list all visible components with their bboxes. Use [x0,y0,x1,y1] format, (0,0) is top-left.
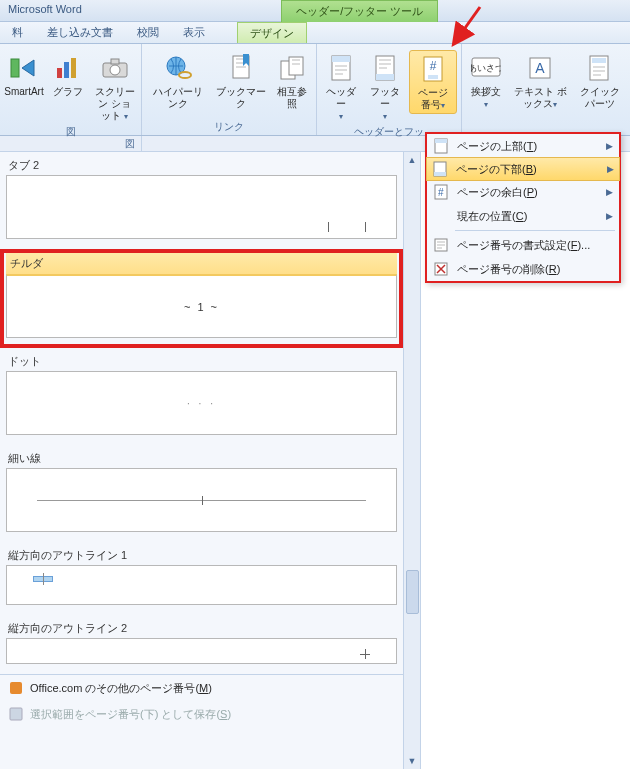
page-margin-icon: # [433,184,449,200]
bookmark-icon [225,52,257,84]
format-icon [433,237,449,253]
greeting-button[interactable]: あいさつ 挨拶文▾ [466,50,506,112]
group-illustrations: SmartArt グラフ スクリーン ショット ▾ 図 [0,44,142,135]
svg-rect-30 [434,172,446,176]
cursor-position-icon [433,208,449,224]
svg-rect-3 [71,58,76,78]
chart-button[interactable]: グラフ [48,50,88,100]
scroll-up-button[interactable]: ▲ [404,152,420,168]
chart-icon [52,52,84,84]
chevron-right-icon: ▶ [607,164,614,174]
page-number-button[interactable]: # ページ 番号▾ [409,50,457,114]
ribbon: SmartArt グラフ スクリーン ショット ▾ 図 ハイパーリンク ブックマ… [0,44,630,136]
svg-rect-18 [428,75,438,79]
tab-item[interactable]: 校閲 [125,22,171,43]
save-icon [8,706,24,722]
svg-rect-2 [64,62,69,78]
menu-page-top[interactable]: ページの上部(T) ▶ [427,134,619,158]
page-footer-icon [369,52,401,84]
group-header-footer: ヘッダー▾ フッター▾ # ページ 番号▾ ヘッダーとフッ [317,44,462,135]
svg-point-5 [110,65,120,75]
subrow-illust: 図 [0,136,142,151]
quickparts-icon [584,52,616,84]
title-bar: Microsoft Word ヘッダー/フッター ツール [0,0,630,22]
tab-item[interactable]: 表示 [171,22,217,43]
scroll-down-button[interactable]: ▼ [404,753,420,769]
svg-text:#: # [430,59,437,73]
svg-rect-25 [10,682,22,694]
svg-rect-26 [10,708,22,720]
gallery-item-thinline[interactable]: 細い線 [0,445,403,542]
menu-format-page-number[interactable]: ページ番号の書式設定(F)... [427,233,619,257]
gallery-item-tilde[interactable]: チルダ ~ 1 ~ [0,249,403,348]
crossref-icon [276,52,308,84]
svg-rect-15 [376,74,394,80]
page-number-gallery: タブ 2 チルダ ~ 1 ~ ドット · · · 細い線 縦方向のアウトライン … [0,152,421,769]
group-text: あいさつ 挨拶文▾ A テキスト ボックス▾ クイック パーツ [462,44,630,135]
contextual-tab-title: ヘッダー/フッター ツール [90,0,630,21]
svg-text:#: # [438,187,444,198]
textbox-button[interactable]: A テキスト ボックス▾ [510,50,571,112]
gallery-item-tab2[interactable]: タブ 2 [0,152,403,249]
textbox-icon: A [524,52,556,84]
menu-current-position[interactable]: 現在の位置(C) ▶ [427,204,619,228]
tab-item[interactable]: 差し込み文書 [35,22,125,43]
svg-rect-0 [11,59,19,77]
scroll-thumb[interactable] [406,570,419,614]
chevron-right-icon: ▶ [606,187,613,197]
svg-point-8 [179,72,191,78]
bookmark-button[interactable]: ブックマーク [213,50,268,112]
office-more-page-numbers[interactable]: Office.com のその他のページ番号(M) ▶ [0,675,420,701]
page-header-icon [325,52,357,84]
svg-text:A: A [536,60,546,76]
svg-rect-1 [57,68,62,78]
chevron-right-icon: ▶ [606,141,613,151]
app-title: Microsoft Word [0,0,90,21]
camera-icon [99,52,131,84]
tab-design[interactable]: デザイン [237,22,307,43]
gallery-item-outline1[interactable]: 縦方向のアウトライン 1 [0,542,403,615]
gallery-scrollbar[interactable]: ▲ ▼ [403,152,420,769]
hyperlink-button[interactable]: ハイパーリンク [146,50,209,112]
chevron-right-icon: ▶ [606,211,613,221]
menu-page-margin[interactable]: # ページの余白(P) ▶ [427,180,619,204]
svg-rect-6 [111,59,119,64]
group-links: ハイパーリンク ブックマーク 相互参照 リンク [142,44,317,135]
gallery-item-dot[interactable]: ドット · · · [0,348,403,445]
smartart-button[interactable]: SmartArt [4,50,44,100]
ribbon-tabs: 料 差し込み文書 校閲 表示 デザイン [0,22,630,44]
quickparts-button[interactable]: クイック パーツ [575,50,626,112]
gallery-item-outline2[interactable]: 縦方向のアウトライン 2 [0,615,403,674]
svg-text:あいさつ: あいさつ [471,63,501,73]
menu-remove-page-number[interactable]: ページ番号の削除(R) [427,257,619,281]
page-number-icon: # [417,53,449,85]
svg-rect-28 [435,139,447,143]
tab-item[interactable]: 料 [0,22,35,43]
page-top-icon [433,138,449,154]
screenshot-button[interactable]: スクリーン ショット ▾ [92,50,137,124]
save-selection-page-number: 選択範囲をページ番号(下) として保存(S) [0,701,420,727]
gallery-footer: Office.com のその他のページ番号(M) ▶ 選択範囲をページ番号(下)… [0,674,420,727]
menu-page-bottom[interactable]: ページの下部(B) ▶ [426,157,620,181]
greeting-icon: あいさつ [470,52,502,84]
crossref-button[interactable]: 相互参照 [272,50,312,112]
header-button[interactable]: ヘッダー▾ [321,50,361,124]
globe-link-icon [162,52,194,84]
page-number-menu: ページの上部(T) ▶ ページの下部(B) ▶ # ページの余白(P) ▶ 現在… [425,132,621,283]
smartart-icon [8,52,40,84]
page-bottom-icon [432,161,448,177]
remove-icon [433,261,449,277]
svg-rect-13 [332,56,350,62]
office-icon [8,680,24,696]
footer-button[interactable]: フッター▾ [365,50,405,124]
menu-separator [455,230,615,231]
svg-rect-24 [592,58,606,63]
